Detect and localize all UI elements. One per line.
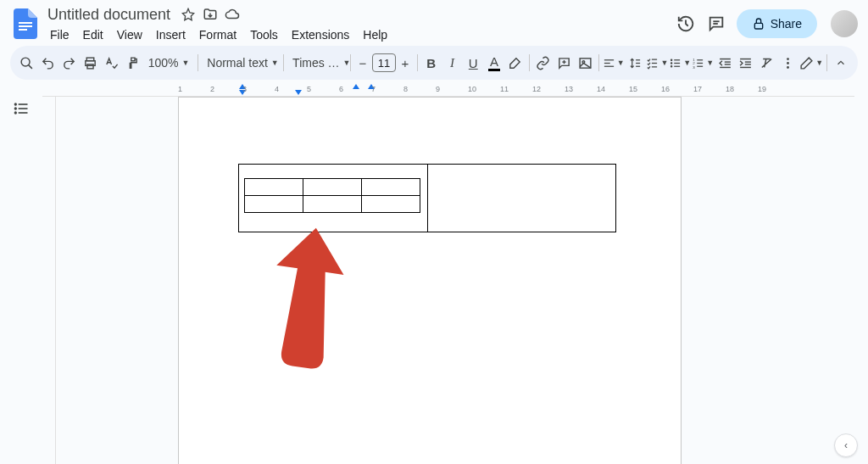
underline-icon[interactable]: U [463,51,483,75]
zoom-dropdown[interactable]: 100%▼ [143,51,195,75]
bulleted-list-icon[interactable]: ▼ [669,51,691,75]
spellcheck-icon[interactable] [101,51,121,75]
menu-help[interactable]: Help [357,26,393,43]
editing-mode-icon[interactable]: ▼ [799,51,823,75]
insert-image-icon[interactable] [575,51,595,75]
increase-font-icon[interactable]: + [397,51,414,75]
print-icon[interactable] [80,51,100,75]
svg-point-50 [15,103,17,105]
annotation-arrow [259,223,361,376]
docs-logo[interactable] [10,8,41,39]
svg-rect-0 [19,22,32,24]
text-color-icon[interactable]: A [484,51,504,75]
menu-view[interactable]: View [111,26,148,43]
link-icon[interactable] [533,51,554,75]
line-spacing-icon[interactable] [626,51,646,75]
svg-point-44 [787,58,789,60]
menu-insert[interactable]: Insert [150,26,192,43]
svg-rect-2 [19,29,27,31]
paint-format-icon[interactable] [122,51,142,75]
more-icon[interactable] [778,51,798,75]
svg-point-25 [671,62,672,63]
svg-point-46 [787,66,789,69]
menu-extensions[interactable]: Extensions [286,26,355,43]
move-folder-icon[interactable] [203,7,218,22]
menu-format[interactable]: Format [193,26,242,43]
share-button[interactable]: Share [737,9,817,38]
menubar: File Edit View Insert Format Tools Exten… [44,26,676,43]
cloud-status-icon[interactable] [225,7,240,22]
svg-point-6 [22,58,31,66]
inner-table[interactable] [244,178,420,213]
menu-tools[interactable]: Tools [244,26,284,43]
bold-icon[interactable]: B [421,51,442,75]
star-icon[interactable] [181,7,196,22]
share-label: Share [771,17,802,31]
document-title[interactable]: Untitled document [44,6,174,24]
menu-file[interactable]: File [44,26,75,43]
svg-text:3: 3 [693,64,696,69]
svg-rect-1 [19,25,32,27]
menu-edit[interactable]: Edit [77,26,109,43]
font-dropdown[interactable]: Times …▼ [287,51,347,75]
italic-icon[interactable]: I [442,51,463,75]
styles-dropdown[interactable]: Normal text▼ [202,51,280,75]
svg-line-7 [29,64,32,68]
collapse-toolbar-icon[interactable] [831,51,851,75]
highlight-icon[interactable] [505,51,526,75]
toolbar: 100%▼ Normal text▼ Times …▼ − + B I U A … [10,46,858,80]
vertical-ruler[interactable] [42,97,56,464]
decrease-indent-icon[interactable] [715,51,735,75]
explore-icon[interactable]: ‹ [834,433,858,457]
svg-point-45 [787,62,789,64]
font-size-input[interactable] [372,53,396,72]
document-page[interactable] [178,97,682,464]
svg-point-52 [15,112,17,114]
search-menus-icon[interactable] [17,51,37,75]
undo-icon[interactable] [38,51,58,75]
increase-indent-icon[interactable] [736,51,756,75]
svg-point-24 [671,59,672,60]
outer-table[interactable] [238,164,616,232]
numbered-list-icon[interactable]: 123▼ [692,51,714,75]
svg-point-51 [15,108,17,109]
checklist-icon[interactable]: ▼ [646,51,668,75]
comments-icon[interactable] [706,14,726,34]
user-avatar[interactable] [831,10,858,37]
svg-rect-5 [754,23,762,29]
outline-icon[interactable] [11,98,31,119]
redo-icon[interactable] [59,51,80,75]
horizontal-ruler[interactable]: 12345678910111213141516171819 [42,83,854,97]
history-icon[interactable] [676,14,696,34]
align-dropdown[interactable]: ▼ [603,51,625,75]
decrease-font-icon[interactable]: − [354,51,371,75]
clear-formatting-icon[interactable] [757,51,777,75]
add-comment-icon[interactable] [554,51,574,75]
lock-icon [752,17,765,31]
svg-point-26 [671,65,672,66]
